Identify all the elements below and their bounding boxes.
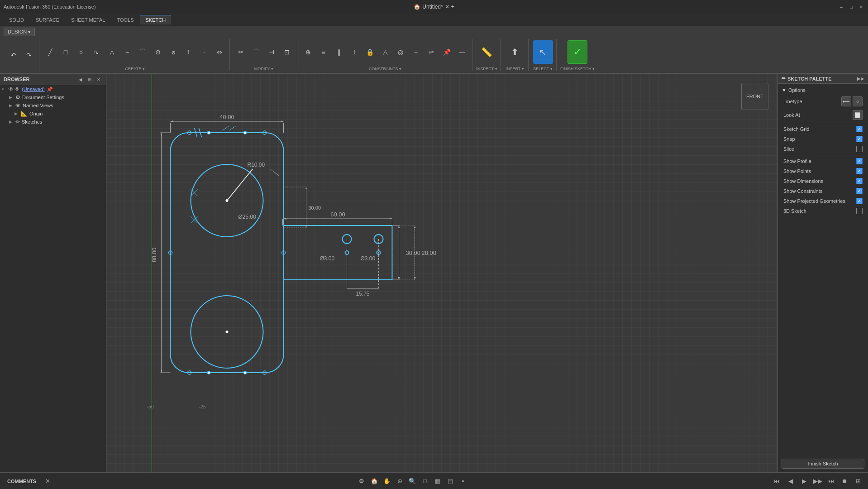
horiz-btn[interactable]: — (455, 46, 469, 58)
playback-start-btn[interactable]: ⏮ (771, 475, 783, 487)
inspect-label[interactable]: INSPECT ▾ (476, 65, 497, 71)
tree-item-sketches[interactable]: ▶ ✏ Sketches (0, 118, 106, 126)
tree-item-origin[interactable]: ▶ 📐 Origin (0, 110, 106, 118)
tab-surface[interactable]: SURFACE (30, 15, 65, 24)
finish-sketch-palette-btn[interactable]: Finish Sketch (782, 459, 864, 469)
circle-btn[interactable]: ○ (74, 46, 88, 58)
polyline-btn[interactable]: ⌐ (120, 46, 134, 58)
browser-close-btn[interactable]: ✕ (95, 76, 102, 83)
slice-label: Slice (783, 146, 856, 152)
trim-btn[interactable]: ✂ (234, 46, 248, 58)
view-settings-btn[interactable]: ⚙ (356, 475, 367, 487)
snap-checkbox[interactable] (856, 136, 863, 142)
coincident-btn[interactable]: ⊕ (301, 46, 315, 58)
comments-close-btn[interactable]: ✕ (42, 475, 53, 487)
minimize-btn[interactable]: – (838, 4, 844, 10)
bottom-center: ⚙ 🏠 ✋ ⊕ 🔍 □ ▦ ▤ ▪ (356, 475, 469, 487)
lookat-btn[interactable]: ⬜ (853, 110, 863, 120)
home-view-btn[interactable]: 🏠 (368, 475, 380, 487)
tab-sketch[interactable]: SKETCH (140, 15, 171, 24)
tab-sheet-metal[interactable]: SHEET METAL (66, 15, 110, 24)
canvas-area[interactable]: -50 -25 FRONT (106, 74, 777, 472)
playback-prev-btn[interactable]: ◀ (785, 475, 796, 487)
slice-checkbox[interactable] (856, 146, 863, 152)
finish-sketch-label[interactable]: FINISH SKETCH ▾ (560, 65, 595, 71)
browser-settings-btn[interactable]: ⊞ (86, 76, 93, 83)
display-1-btn[interactable]: □ (419, 475, 431, 487)
constraints-label[interactable]: CONSTRAINTS ▾ (369, 65, 401, 71)
conic-btn[interactable]: ⌀ (166, 46, 181, 58)
tab-solid[interactable]: SOLID (4, 15, 29, 24)
text-btn[interactable]: T (181, 46, 196, 58)
insert-label[interactable]: INSERT ▾ (506, 65, 524, 71)
parallel-btn[interactable]: ∥ (332, 46, 346, 58)
select-btn[interactable]: ↖ (533, 40, 553, 64)
tree-item-docsettings[interactable]: ▶ ⚙ Document Settings (0, 93, 106, 101)
linetype-btn-2[interactable]: ○ (853, 96, 863, 106)
equal-btn[interactable]: = (409, 46, 423, 58)
pan-btn[interactable]: ✋ (381, 475, 393, 487)
playback-next-btn[interactable]: ▶▶ (812, 475, 824, 487)
select-label[interactable]: SELECT ▾ (533, 65, 552, 71)
doc-title: 🏠 Untitled* ✕ + (414, 4, 454, 10)
close-btn[interactable]: ✕ (858, 4, 864, 10)
lock-btn[interactable]: 🔒 (362, 46, 377, 58)
tree-item-root[interactable]: ▾ 👁 👁 (Unsaved) 📌 (0, 85, 106, 93)
palette-expand-btn[interactable]: ▶▶ (857, 76, 864, 81)
record-btn[interactable]: ⏺ (839, 475, 851, 487)
showprojected-checkbox[interactable] (856, 198, 863, 204)
triangle-btn[interactable]: △ (105, 46, 119, 58)
create-label[interactable]: CREATE ▾ (125, 65, 144, 71)
linetype-btn-1[interactable]: ⟵ (841, 96, 851, 106)
fillet-btn[interactable]: ⌒ (249, 46, 263, 58)
finish-sketch-toolbar-btn[interactable]: ✓ (568, 40, 587, 64)
display-2-btn[interactable]: ▦ (432, 475, 444, 487)
tree-label-docsettings: Document Settings (22, 95, 64, 100)
tree-item-namedviews[interactable]: ▶ 👁 Named Views (0, 101, 106, 110)
mirror-btn[interactable]: ⇔ (212, 46, 227, 58)
3dsketch-checkbox[interactable] (856, 208, 863, 214)
browser-back-btn[interactable]: ◀ (77, 76, 84, 83)
concentric-btn[interactable]: ◎ (393, 46, 408, 58)
spline-btn[interactable]: ∿ (89, 46, 104, 58)
display-4-btn[interactable]: ▪ (457, 475, 469, 487)
tree-label-unsaved: (Unsaved) (22, 86, 45, 92)
palette-option-showprojected: Show Projected Geometries (778, 196, 868, 206)
showprofile-checkbox[interactable] (856, 158, 863, 164)
design-dropdown[interactable]: DESIGN ▾ (4, 28, 35, 36)
inspect-btn[interactable]: 📏 (477, 40, 497, 64)
sym-btn[interactable]: ⇌ (424, 46, 439, 58)
redo-btn[interactable]: ↷ (22, 49, 36, 62)
tab-tools[interactable]: TOOLS (111, 15, 139, 24)
point-btn[interactable]: · (197, 46, 211, 58)
collinear-btn[interactable]: ≡ (316, 46, 331, 58)
maximize-btn[interactable]: □ (848, 4, 854, 10)
showdimensions-checkbox[interactable] (856, 178, 863, 184)
rect-btn[interactable]: □ (58, 46, 73, 58)
window-controls: – □ ✕ (838, 4, 864, 10)
svg-point-12 (244, 131, 247, 134)
palette-section-options[interactable]: ▼ Options (778, 86, 868, 95)
fix-btn[interactable]: 📌 (439, 46, 454, 58)
extend-btn[interactable]: ⊣ (264, 46, 279, 58)
zoom-in-btn[interactable]: ⊕ (394, 475, 405, 487)
arc-btn[interactable]: ⌒ (135, 46, 150, 58)
playback-end-btn[interactable]: ⏭ (825, 475, 837, 487)
playback-play-btn[interactable]: ▶ (798, 475, 810, 487)
sketchgrid-checkbox[interactable] (856, 126, 863, 132)
showpoints-checkbox[interactable] (856, 168, 863, 174)
tangent-btn[interactable]: △ (378, 46, 392, 58)
settings-right-btn[interactable]: ⊞ (853, 475, 864, 487)
svg-point-16 (226, 331, 229, 333)
zoom-fit-btn[interactable]: 🔍 (406, 475, 418, 487)
undo-btn[interactable]: ↶ (6, 49, 21, 62)
perp-btn[interactable]: ⊥ (347, 46, 362, 58)
browser-header: BROWSER ◀ ⊞ ✕ (0, 74, 106, 85)
line-btn[interactable]: ╱ (43, 46, 57, 58)
offset-btn[interactable]: ⊡ (280, 46, 294, 58)
display-3-btn[interactable]: ▤ (444, 475, 456, 487)
modify-label[interactable]: MODIFY ▾ (254, 65, 273, 71)
ellipse-btn[interactable]: ⊙ (151, 46, 165, 58)
insert-btn[interactable]: ⬆ (505, 40, 525, 64)
showconstraints-checkbox[interactable] (856, 188, 863, 194)
